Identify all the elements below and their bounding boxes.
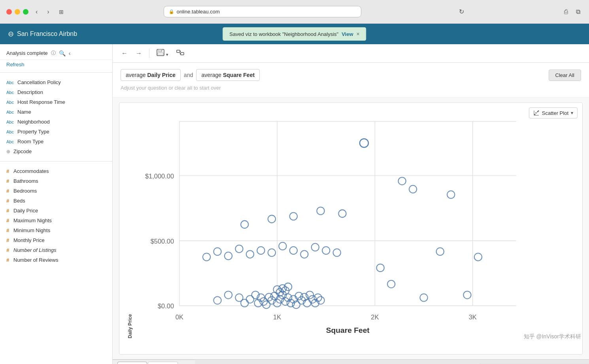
refresh-link[interactable]: Refresh [0,60,112,71]
chart-area: Scatter Plot ▾ Daily Price [119,102,583,355]
info-icon[interactable]: ⓘ [51,50,56,56]
content-area: ← → ▾ [113,44,589,364]
svg-point-59 [213,248,221,255]
svg-text:1K: 1K [273,313,281,321]
svg-point-77 [377,264,384,272]
svg-point-49 [295,292,303,300]
field-label: Room Type [17,139,43,144]
main-layout: Analysis complete ⓘ 🔍 ‹ Refresh Abc Canc… [0,44,589,364]
scatter-plot-svg: $1,000.00 $500.00 $0.00 0K 1K 2K 3K Squa… [136,111,570,338]
field-label: Zipcode [13,148,32,154]
query-area: average Daily Price and average Square F… [113,63,589,98]
query-pill-daily-price[interactable]: average Daily Price [121,69,181,81]
svg-point-69 [322,247,330,254]
field-label: Bathrooms [13,178,38,184]
address-bar[interactable]: 🔒 online.tableau.com [164,6,361,17]
svg-point-73 [290,212,297,220]
field-label: Maximum Nights [13,218,52,223]
back-nav-button[interactable]: ← [119,48,130,58]
saved-notification: Saved viz to workbook "Neighborhood Anal… [223,27,366,41]
scatter-plot-icon [533,110,540,116]
chart-type-selector[interactable]: Scatter Plot ▾ [529,107,578,118]
svg-point-80 [409,186,417,193]
type-icon: Abc [6,139,15,144]
svg-point-78 [387,280,395,288]
share-button[interactable]: ⎙ [562,7,570,17]
svg-point-83 [447,191,455,198]
minimize-button[interactable] [15,9,20,15]
sidebar-item-number-of-listings[interactable]: # Number of Listings [0,245,112,255]
svg-point-60 [225,252,232,260]
svg-point-70 [333,249,341,256]
svg-point-84 [463,291,471,298]
sidebar-item-bathrooms[interactable]: # Bathrooms [0,176,112,186]
search-icon[interactable]: 🔍 [59,50,66,56]
sidebar-item-beds[interactable]: # Beds [0,196,112,206]
layout-button[interactable]: ⊞ [57,7,66,17]
field-label: Neighborhood [17,119,50,125]
notification-close-button[interactable]: × [357,31,360,37]
back-button[interactable]: ‹ [33,7,40,17]
sidebar-item-number-of-reviews[interactable]: # Number of Reviews [0,255,112,265]
svg-point-37 [262,301,270,308]
sidebar-item-name[interactable]: Abc Name [0,107,112,117]
sidebar-item-accommodates[interactable]: # Accommodates [0,166,112,176]
svg-point-29 [225,291,232,298]
svg-rect-4 [177,50,180,53]
collapse-icon[interactable]: ‹ [69,50,71,56]
field-label: Beds [13,198,25,204]
sidebar-item-bedrooms[interactable]: # Bedrooms [0,186,112,196]
sidebar-item-zipcode[interactable]: ⊕ Zipcode [0,146,112,156]
chart-type-label: Scatter Plot [542,110,568,116]
sidebar-item-property-type[interactable]: Abc Property Type [0,127,112,137]
chart-type-dropdown-button[interactable]: ▾ [571,110,573,116]
browser-chrome: ‹ › ⊞ 🔒 online.tableau.com ↻ ⎙ ⧉ [0,0,589,24]
traffic-lights [6,9,28,15]
sheet1-tab[interactable]: Sheet 1 [117,362,147,364]
sidebar-divider-top [0,72,112,73]
query-pill-square-feet[interactable]: average Square Feet [196,69,260,81]
svg-point-28 [213,296,221,304]
svg-point-62 [246,250,254,258]
forward-button[interactable]: › [45,7,51,17]
sidebar-item-minimum-nights[interactable]: # Minimum Nights [0,225,112,235]
field-label: Monthly Price [13,237,45,243]
app-title: San Francisco Airbnb [17,30,77,38]
field-label: Host Response Time [17,99,65,105]
refresh-button[interactable]: ↻ [459,8,464,15]
hash-icon: # [6,188,11,194]
toolbar-separator [149,49,149,58]
y-axis-label: Daily Price [127,111,133,338]
svg-text:$500.00: $500.00 [151,238,174,245]
maximize-button[interactable] [23,9,28,15]
field-label: Name [17,109,31,115]
hash-icon: # [6,178,11,184]
type-icon: Abc [6,80,15,85]
type-icon: Abc [6,100,15,105]
pill1-pre-text: average [126,72,147,78]
sidebar-item-description[interactable]: Abc Description [0,87,112,97]
new-sheet-button[interactable]: ⊞ [179,362,190,364]
clear-all-button[interactable]: Clear All [549,69,581,81]
svg-point-65 [279,242,286,250]
sheet2-tab[interactable]: Sheet 2 [148,362,177,364]
save-button[interactable]: ▾ [154,47,171,59]
hash-icon: # [6,247,11,253]
duplicate-button[interactable]: ⧉ [574,7,583,17]
sheet-tabs: Sheet 1 Sheet 2 ⊞ [113,360,195,364]
hash-icon: # [6,168,11,174]
field-label: Accommodates [13,168,49,174]
sidebar-item-neighborhood[interactable]: Abc Neighborhood [0,117,112,127]
sidebar-item-cancellation-policy[interactable]: Abc Cancellation Policy [0,77,112,87]
sidebar-item-maximum-nights[interactable]: # Maximum Nights [0,216,112,225]
query-hint: Adjust your question or clear all to sta… [121,85,581,91]
sidebar-item-room-type[interactable]: Abc Room Type [0,137,112,146]
sidebar-item-monthly-price[interactable]: # Monthly Price [0,235,112,245]
svg-text:2K: 2K [371,313,379,321]
sidebar-item-host-response-time[interactable]: Abc Host Response Time [0,97,112,107]
transform-button[interactable] [174,47,187,59]
forward-nav-button[interactable]: → [133,48,144,58]
notification-view-link[interactable]: View [342,31,353,37]
sidebar-item-daily-price[interactable]: # Daily Price [0,206,112,216]
close-button[interactable] [6,9,12,15]
